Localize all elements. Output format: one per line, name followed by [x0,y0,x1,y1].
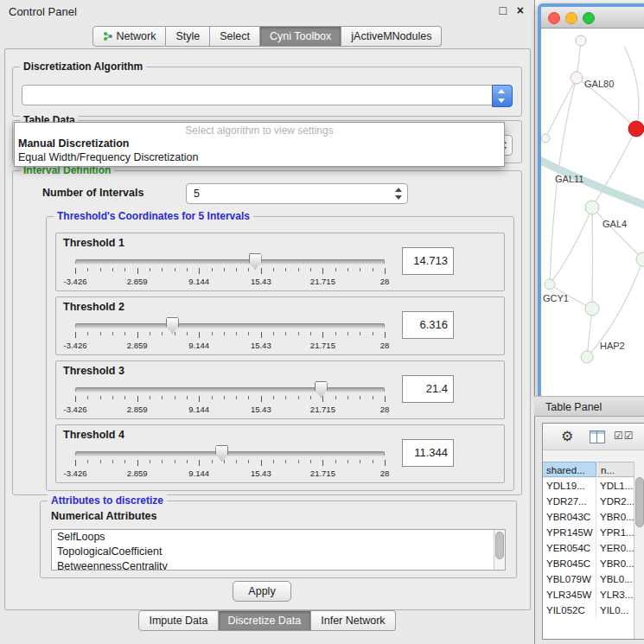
attributes-group: Attributes to discretize Numerical Attri… [40,501,517,578]
tab-impute-data[interactable]: Impute Data [138,610,218,631]
table-row[interactable]: YDL19... YDL1... [543,478,634,494]
tab-jactivemnodules[interactable]: jActiveMNodules [341,26,442,47]
apply-button[interactable]: Apply [233,581,291,602]
threshold-label: Threshold 3 [63,365,124,377]
table-row[interactable]: YLR345W YLR3... [543,587,634,603]
tab-label: Select [220,30,250,42]
node[interactable] [585,201,599,214]
tab-cyni-toolbox[interactable]: Cyni Toolbox [260,26,341,47]
tab-label: Discretize Data [228,615,302,627]
threshold-1-panel: Threshold 1 -3.426 2.859 9.144 15.43 21.… [55,233,505,291]
table-row[interactable]: YBR043C YBR0... [543,509,634,525]
minimize-traffic-light-icon[interactable] [565,12,577,24]
tab-label: Infer Network [321,615,385,627]
table-toolbar: ⚙ ☑☑ [543,424,644,450]
threshold-label: Threshold 1 [63,237,124,249]
node-label: GAL11 [555,174,583,184]
node-selected[interactable] [628,121,644,137]
node[interactable] [571,72,583,84]
table-rows: YDL19... YDL1... YDR27... YDR2... YBR043… [543,478,634,639]
threshold-3-value-field[interactable]: 21.4 [402,375,454,403]
tab-discretize-data[interactable]: Discretize Data [219,610,312,631]
node-label: HAP2 [600,341,625,351]
threshold-3-panel: Threshold 3 -3.426 2.859 9.144 15.43 21.… [55,360,505,419]
number-of-intervals-label: Number of Intervals [42,187,143,199]
slider-ticks [75,268,385,275]
group-title: Attributes to discretize [48,494,167,507]
dropdown-item-equal-width-frequency[interactable]: Equal Width/Frequency Discretization [18,151,198,163]
table-row[interactable]: YPR145W YPR1... [543,525,634,540]
combo-stepper-icon[interactable] [492,85,513,107]
node-label: GAL80 [584,79,614,89]
close-traffic-light-icon[interactable] [548,12,560,24]
node[interactable] [576,35,586,46]
tab-style[interactable]: Style [166,26,210,47]
float-window-icon[interactable]: □ [500,3,507,17]
slider-track[interactable] [75,259,385,265]
control-panel-window: Control Panel □ × Network Style Select C… [0,0,535,644]
scrollbar-thumb[interactable] [495,532,504,559]
threshold-3-slider[interactable]: -3.426 2.859 9.144 15.43 21.715 28 [75,380,385,415]
group-title: Threshold's Coordinates for 5 Intervals [54,210,253,222]
threshold-4-slider[interactable]: -3.426 2.859 9.144 15.43 21.715 28 [75,444,385,479]
scrollbar-thumb[interactable] [635,477,644,527]
list-item[interactable]: BetweennessCentrality [52,559,505,571]
table-scrollbar[interactable] [634,462,644,639]
threshold-2-panel: Threshold 2 -3.426 2.859 9.144 15.43 21.… [55,296,505,355]
table-row[interactable]: YIL052C YIL0... [543,603,634,618]
table-row[interactable]: YDR27... YDR2... [543,494,634,509]
threshold-2-slider[interactable]: -3.426 2.859 9.144 15.43 21.715 28 [75,316,385,351]
tab-infer-network[interactable]: Infer Network [311,610,395,631]
slider-ticks [75,332,385,339]
list-item[interactable]: TopologicalCoefficient [52,545,505,559]
list-scrollbar[interactable] [494,530,505,570]
dropdown-item-manual-discretization[interactable]: Manual Discretization [18,137,130,150]
slider-scale-labels: -3.426 2.859 9.144 15.43 21.715 28 [75,277,385,287]
slider-track[interactable] [75,323,385,328]
slider-track[interactable] [75,451,385,456]
tab-select[interactable]: Select [210,26,260,47]
threshold-2-value-field[interactable]: 6.316 [402,311,454,339]
table-row[interactable]: YBL079W YBL0... [543,571,634,587]
threshold-1-slider[interactable]: -3.426 2.859 9.144 15.43 21.715 28 [75,252,385,287]
list-item[interactable]: SelfLoops [52,530,505,545]
columns-icon[interactable] [590,430,605,443]
node[interactable] [581,351,593,363]
threshold-4-value-field[interactable]: 11.344 [402,439,454,467]
column-header-shared-name[interactable]: shared... [543,462,596,477]
node-label: GCY1 [543,293,569,303]
threshold-1-value-field[interactable]: 14.713 [402,247,454,275]
slider-scale-labels: -3.426 2.859 9.144 15.43 21.715 28 [75,405,385,415]
cyni-toolbox-panel: Discretization Algorithm Select algorith… [4,48,531,610]
interval-definition-group: Interval Definition Number of Intervals … [12,170,522,495]
tab-network[interactable]: Network [92,26,167,47]
node[interactable] [541,134,550,143]
node[interactable] [585,302,599,316]
network-window-titlebar[interactable] [541,7,644,29]
close-icon[interactable]: × [517,3,524,17]
gear-icon[interactable]: ⚙ [561,428,573,444]
table-row[interactable]: YER054C YER0... [543,540,634,556]
threshold-4-panel: Threshold 4 -3.426 2.859 9.144 15.43 21.… [55,424,505,483]
slider-track[interactable] [75,387,385,392]
network-canvas[interactable]: GAL80 GAL11 GAL4 GCY1 HAP2 [541,29,644,398]
column-header-name[interactable]: n... [597,462,634,477]
table-panel-header[interactable]: Table Panel [534,396,644,417]
thresholds-group: Threshold's Coordinates for 5 Intervals … [46,216,514,491]
number-of-intervals-select[interactable]: 5 [186,183,408,204]
network-icon [103,31,113,41]
tab-label: jActiveMNodules [351,30,431,42]
combo-stepper-icon[interactable] [393,184,404,203]
node[interactable] [545,279,555,290]
table-panel-title: Table Panel [545,401,602,413]
numerical-attributes-list[interactable]: SelfLoops TopologicalCoefficient Between… [51,529,506,571]
numerical-attributes-label: Numerical Attributes [51,510,156,522]
tab-label: Cyni Toolbox [270,30,331,42]
top-tab-bar: Network Style Select Cyni Toolbox jActiv… [0,26,534,47]
selected-intervals: 5 [194,184,200,203]
checkbox-icons[interactable]: ☑☑ [614,430,634,442]
group-title: Discretization Algorithm [20,61,146,73]
algorithm-select[interactable] [22,85,513,105]
table-row[interactable]: YBR045C YBR0... [543,556,634,571]
zoom-traffic-light-icon[interactable] [583,12,595,24]
